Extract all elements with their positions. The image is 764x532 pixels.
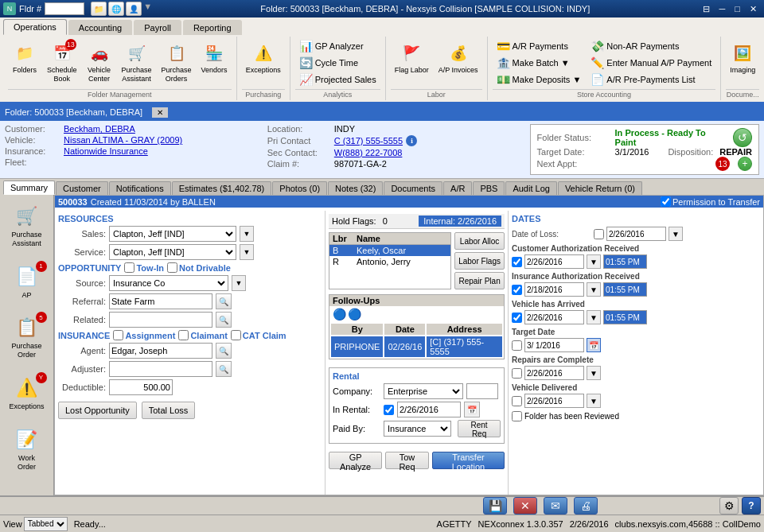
vehicle-arrived-date[interactable] <box>524 310 584 324</box>
vehicle-delivered-date[interactable] <box>524 394 584 408</box>
purchase-assistant-btn[interactable]: 🛒 PurchaseAssistant <box>118 38 156 86</box>
ap-invoices-btn[interactable]: 💰 A/P Invoices <box>435 38 482 77</box>
tab-documents[interactable]: Documents <box>384 181 442 195</box>
insurance-value[interactable]: Nationwide Insurance <box>64 146 148 156</box>
vehicle-arrived-cal[interactable]: ▼ <box>587 310 601 324</box>
sidebar-ap[interactable]: 📄 AP 1 <box>3 258 51 304</box>
tab-pbs[interactable]: PBS <box>473 181 505 195</box>
folder-icon-btn[interactable]: 📁 <box>91 2 107 16</box>
gp-analyzer-btn[interactable]: 📊 GP Analyzer <box>295 38 380 54</box>
make-batch-btn[interactable]: 🏦 Make Batch ▼ <box>493 55 586 71</box>
sidebar-exceptions[interactable]: ⚠️ Exceptions Y <box>3 370 51 415</box>
ins-auth-cal[interactable]: ▼ <box>587 282 601 297</box>
status-refresh-btn[interactable]: ↺ <box>733 128 752 147</box>
dol-checkbox[interactable] <box>594 229 604 239</box>
imaging-btn[interactable]: 🖼️ Imaging <box>726 38 759 77</box>
view-select[interactable]: Tabbed <box>24 517 68 531</box>
cust-auth-checkbox[interactable] <box>512 257 522 267</box>
target-date-checkbox[interactable] <box>512 340 522 351</box>
in-rental-date[interactable] <box>397 402 461 417</box>
claimant-checkbox[interactable] <box>178 330 189 340</box>
tab-photos[interactable]: Photos (0) <box>272 181 327 195</box>
ins-auth-date[interactable] <box>524 282 584 297</box>
adjuster-search-btn[interactable]: 🔍 <box>216 361 232 377</box>
vehicle-arrived-time[interactable] <box>603 310 647 324</box>
in-rental-checkbox[interactable] <box>384 405 394 415</box>
related-input[interactable] <box>109 312 212 328</box>
target-date-input[interactable] <box>524 338 584 352</box>
service-select[interactable]: Clapton, Jeff [IND] <box>109 244 236 260</box>
doc-close-btn[interactable]: ✕ <box>152 107 168 118</box>
in-rental-cal-btn[interactable]: 📅 <box>464 402 480 417</box>
dol-input[interactable] <box>606 227 666 241</box>
tab-payroll[interactable]: Payroll <box>134 20 181 35</box>
source-select[interactable]: Insurance Co <box>109 275 228 291</box>
make-deposits-btn[interactable]: 💵 Make Deposits ▼ <box>493 72 586 87</box>
minimize-btn[interactable]: ─ <box>715 3 730 15</box>
vehicle-value[interactable]: Nissan ALTIMA - GRAY (2009) <box>64 135 182 145</box>
agent-input[interactable] <box>109 343 212 359</box>
ar-prepayments-btn[interactable]: 📄 A/R Pre-Payments List <box>587 72 715 87</box>
tow-in-checkbox[interactable] <box>124 262 134 273</box>
projected-sales-btn[interactable]: 📈 Projected Sales <box>295 72 380 87</box>
lbr-row-1[interactable]: R Antonio, Jerry <box>329 256 450 267</box>
restore-btn[interactable]: ⊟ <box>699 3 714 15</box>
followup-add-icon[interactable]: 🔵 <box>333 308 346 320</box>
cycle-time-btn[interactable]: 🔄 Cycle Time <box>295 55 380 71</box>
vehicle-center-btn[interactable]: 🚗 VehicleCenter <box>83 38 116 86</box>
followup-row-0[interactable]: PRIPHONE 02/26/16 [C] (317) 555-5555 <box>331 336 502 357</box>
transfer-location-btn[interactable]: Transfer Location <box>432 452 505 469</box>
rental-company-input2[interactable] <box>466 383 498 399</box>
non-ar-payments-btn[interactable]: 💸 Non-AR Payments <box>587 38 715 54</box>
tow-req-btn[interactable]: Tow Req <box>385 452 429 469</box>
cancel-icon-btn[interactable]: ✕ <box>513 497 537 515</box>
tab-estimates[interactable]: Estimates ($1,402.78) <box>172 181 272 195</box>
rental-company-select[interactable]: Enterprise <box>384 383 463 399</box>
rent-req-btn[interactable]: Rent Req <box>458 420 501 437</box>
cust-auth-cal[interactable]: ▼ <box>587 254 601 269</box>
cust-auth-date[interactable] <box>524 254 584 269</box>
repairs-complete-cal[interactable]: ▼ <box>587 366 601 380</box>
followup-edit-icon[interactable]: 🔵 <box>348 308 361 320</box>
tab-accounting[interactable]: Accounting <box>68 20 132 35</box>
deductible-input[interactable] <box>109 379 173 395</box>
tab-operations[interactable]: Operations <box>3 19 67 35</box>
cust-auth-time[interactable] <box>603 254 647 269</box>
tab-audit-log[interactable]: Audit Log <box>505 181 556 195</box>
paid-by-select[interactable]: Insurance <box>384 421 451 437</box>
lost-opportunity-btn[interactable]: Lost Opportunity <box>58 402 137 419</box>
adjuster-input[interactable] <box>109 361 212 377</box>
exceptions-btn[interactable]: ⚠️ Exceptions <box>242 38 285 77</box>
referral-input[interactable] <box>109 293 212 309</box>
folders-btn[interactable]: 📁 Folders <box>8 38 41 77</box>
cat-claim-checkbox[interactable] <box>231 330 241 340</box>
assignment-checkbox[interactable] <box>113 330 123 340</box>
repairs-complete-date[interactable] <box>524 366 584 380</box>
customer-value[interactable]: Beckham, DEBRA <box>64 124 135 134</box>
sidebar-purchase-assistant[interactable]: 🛒 PurchaseAssistant <box>3 198 51 252</box>
tow-in-label[interactable]: Tow-In <box>124 262 164 273</box>
help-btn[interactable]: ? <box>742 497 761 515</box>
sidebar-work-order[interactable]: 📝 WorkOrder <box>3 421 51 476</box>
ins-auth-checkbox[interactable] <box>512 285 522 295</box>
tab-notes[interactable]: Notes (32) <box>328 181 383 195</box>
purchase-orders-btn[interactable]: 📋 PurchaseOrders <box>158 38 196 86</box>
maximize-btn[interactable]: □ <box>731 3 744 15</box>
target-date-cal[interactable]: 📅 <box>587 338 601 352</box>
tab-customer[interactable]: Customer <box>56 181 108 195</box>
profile-icon-btn[interactable]: 👤 <box>126 2 142 16</box>
tab-summary[interactable]: Summary <box>3 181 55 195</box>
vehicle-arrived-checkbox[interactable] <box>512 313 522 323</box>
print-icon-btn[interactable]: 🖨 <box>574 497 598 515</box>
gp-analyze-btn[interactable]: GP Analyze <box>329 452 382 469</box>
permission-checkbox[interactable] <box>661 196 671 207</box>
permission-checkbox-label[interactable]: Permission to Transfer <box>661 196 760 207</box>
total-loss-btn[interactable]: Total Loss <box>142 402 196 419</box>
dol-cal-btn[interactable]: ▼ <box>668 227 683 241</box>
settings-gear-btn[interactable]: ⚙ <box>719 497 739 515</box>
sec-value[interactable]: W(888) 222-7008 <box>334 148 403 157</box>
schedule-book-btn[interactable]: 📅 13 ScheduleBook <box>43 38 81 86</box>
lbr-row-0[interactable]: B Keely, Oscar <box>329 245 450 256</box>
tab-vehicle-return[interactable]: Vehicle Return (0) <box>558 181 642 195</box>
cat-claim-label[interactable]: CAT Claim <box>231 330 286 340</box>
